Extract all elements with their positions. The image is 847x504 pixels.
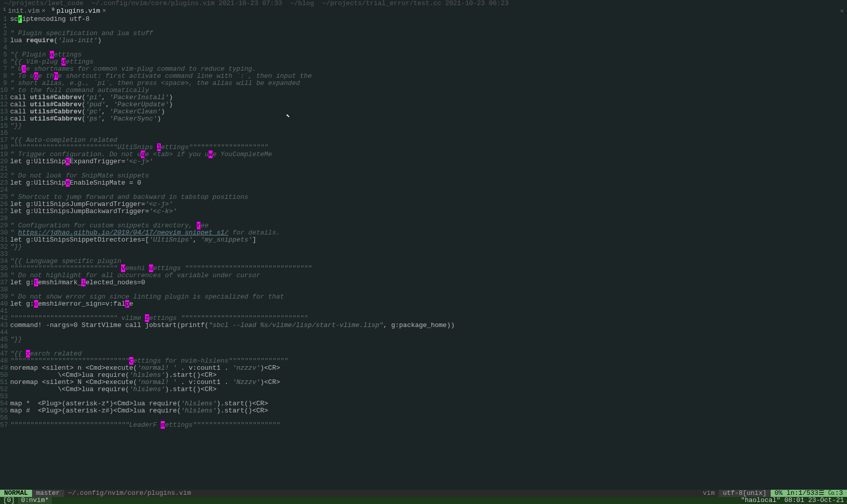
code-line[interactable]: 35""""""""""""""""""""""""""" vemshi uet… (0, 265, 847, 272)
code-line[interactable]: 45"}} (0, 336, 847, 343)
line-number: 1 (0, 16, 10, 23)
hop-hint[interactable]: a (50, 51, 54, 58)
hop-hint[interactable]: x (26, 350, 30, 358)
code-line[interactable]: 28 (0, 215, 847, 222)
hop-hint[interactable]: w (209, 151, 213, 158)
code-line[interactable]: 48""""""""""""""""""""""""""""""cettings… (0, 358, 847, 365)
line-number: 49 (0, 365, 10, 372)
code-line[interactable]: 5"{ Plugin aettings (0, 51, 847, 58)
code-line[interactable]: 20let g:UltiSnipkExpandTrigger='<c-j>' (0, 158, 847, 165)
code-line[interactable]: 53 (0, 393, 847, 400)
line-content: lua require('lua-init') (10, 37, 847, 44)
code-line[interactable]: 17"{{ Auto-completion related (0, 137, 847, 144)
line-number: 21 (0, 165, 10, 172)
code-line[interactable]: 56 (0, 414, 847, 422)
code-line[interactable]: 32"}} (0, 244, 847, 251)
code-line[interactable]: 6"{{ Vim-plug dettings (0, 58, 847, 66)
code-line[interactable]: 2" Plugin specification and lua stuff (0, 30, 847, 37)
code-line[interactable]: 18"""""""""""""""""""""""""""UltiSnips l… (0, 144, 847, 151)
code-line[interactable]: 3lua require('lua-init') (0, 37, 847, 44)
hop-hint[interactable]: p (125, 300, 129, 308)
close-all-icon[interactable]: × (840, 8, 844, 15)
code-line[interactable]: 14call utils#Cabbrev('ps', 'PackerSync') (0, 115, 847, 123)
hop-hint[interactable]: c (129, 357, 133, 365)
code-line[interactable]: 40let g:oemshi#error_sign=v:falpe (0, 301, 847, 308)
code-line[interactable]: 9" short alias, e.g., `pi`, then press <… (0, 80, 847, 87)
editor-area[interactable]: 1scriptencoding utf-812" Plugin specific… (0, 15, 847, 429)
code-line[interactable]: 57""""""""""""""""""""""""""""""LeaderF … (0, 422, 847, 429)
line-content: "{{ Language specific plugin (10, 258, 847, 265)
code-line[interactable]: 46 (0, 343, 847, 350)
line-content: noremap <silent> n <Cmd>execute('normal!… (10, 365, 847, 372)
code-line[interactable]: 38 (0, 286, 847, 293)
code-line[interactable]: 39" Do not show error sign since linting… (0, 293, 847, 301)
code-line[interactable]: 21 (0, 165, 847, 172)
line-number: 29 (0, 222, 10, 229)
line-number: 36 (0, 272, 10, 279)
code-line[interactable]: 30" https://jdhao.github.io/2019/04/17/n… (0, 229, 847, 236)
code-line[interactable]: 22" Do not look for SnipMate snippets (0, 172, 847, 180)
line-content: " short alias, e.g., `pi`, then press <s… (10, 80, 847, 87)
code-line[interactable]: 25" Shortcut to jump forward and backwar… (0, 194, 847, 201)
line-number: 34 (0, 258, 10, 265)
tmux-pane-4: ~/projects/trial_error/test.cc 2021-10-2… (318, 0, 513, 7)
hop-hint[interactable]: k (66, 158, 70, 165)
hop-hint[interactable]: z (145, 314, 149, 322)
hop-hint[interactable]: u (149, 264, 153, 272)
code-line[interactable]: 23let g:UltiSnipeEnableSnipMate = 0 (0, 180, 847, 187)
code-line[interactable]: 26let g:UltiSnipsJumpForwardTrigger='<c-… (0, 201, 847, 208)
code-line[interactable]: 42""""""""""""""""""""""""""" vlime zett… (0, 315, 847, 322)
code-line[interactable]: 8" To uge thhe shortcut: first activate … (0, 73, 847, 80)
code-line[interactable]: 52 \<Cmd>lua require('hlslens').start()<… (0, 386, 847, 393)
line-content: " Configuration for custom snippets dire… (10, 222, 847, 229)
code-line[interactable]: 43command! -nargs=0 StartVlime call jobs… (0, 322, 847, 329)
code-line[interactable]: 4 (0, 44, 847, 51)
code-line[interactable]: 51noremap <silent> N <Cmd>execute('norma… (0, 379, 847, 386)
code-line[interactable]: 13call utils#Cabbrev('pc', 'PackerClean'… (0, 108, 847, 115)
line-content: map # <Plug>(asterisk-z#)<Cmd>lua requir… (10, 407, 847, 414)
code-line[interactable]: 11call utils#Cabbrev('pi', 'PackerInstal… (0, 94, 847, 101)
code-line[interactable]: 47"{{ xearch related (0, 350, 847, 358)
code-line[interactable]: 54map * <Plug>(asterisk-z*)<Cmd>lua requ… (0, 400, 847, 407)
code-line[interactable]: 1scriptencoding utf-8 (0, 16, 847, 23)
code-line[interactable]: 50 \<Cmd>lua require('hlslens').start()<… (0, 372, 847, 379)
line-content (10, 44, 847, 51)
hop-hint[interactable]: t (34, 279, 38, 286)
code-line[interactable]: 31let g:UltiSnipsSnippetDirectories=['Ul… (0, 236, 847, 244)
code-line[interactable]: 7" Use shortnames for common vim-plug co… (0, 66, 847, 73)
code-line[interactable]: 12call utils#Cabbrev('pud', 'PackerUpdat… (0, 101, 847, 108)
line-number: 1 (0, 23, 10, 30)
line-number: 53 (0, 393, 10, 400)
tab-plugins-vim[interactable]: 9 plugins.vim × (49, 8, 109, 15)
code-line[interactable]: 29" Configuration for custom snippets di… (0, 222, 847, 229)
tmux-pane-1: ~/projects/leet_code (0, 0, 87, 7)
code-line[interactable]: 15"}} (0, 123, 847, 130)
code-line[interactable]: 34"{{ Language specific plugin (0, 258, 847, 265)
tmux-pane-3: ~/blog (286, 0, 318, 7)
code-line[interactable]: 10" to the full command automatically (0, 87, 847, 94)
tab-init-vim[interactable]: 1 init.vim × (0, 8, 49, 15)
tmux-window[interactable]: 0:nvim* (18, 497, 52, 504)
line-content: scriptencoding utf-8 (10, 16, 847, 23)
line-content (10, 308, 847, 315)
code-line[interactable]: 36" Do not highlight for all occurrences… (0, 272, 847, 279)
close-icon[interactable]: × (102, 8, 106, 15)
close-icon[interactable]: × (42, 8, 46, 15)
code-line[interactable]: 55map # <Plug>(asterisk-z#)<Cmd>lua requ… (0, 407, 847, 414)
code-line[interactable]: 33 (0, 251, 847, 258)
code-line[interactable]: 24 (0, 187, 847, 194)
code-line[interactable]: 41 (0, 308, 847, 315)
hop-hint[interactable]: o (34, 300, 38, 308)
code-line[interactable]: 44 (0, 329, 847, 336)
code-line[interactable]: 1 (0, 23, 847, 30)
hop-hint[interactable]: h (54, 72, 58, 80)
code-line[interactable]: 16 (0, 130, 847, 137)
hop-hint[interactable]: g (34, 72, 38, 80)
code-line[interactable]: 37let g:temshi#mark_ielected_nodes=0 (0, 279, 847, 286)
line-content: "{ Plugin aettings (10, 51, 847, 58)
code-line[interactable]: 27let g:UltiSnipsJumpBackwardTrigger='<c… (0, 208, 847, 215)
code-line[interactable]: 19" Trigger configuration. Do not uqe <t… (0, 151, 847, 158)
code-line[interactable]: 49noremap <silent> n <Cmd>execute('norma… (0, 365, 847, 372)
line-number: 31 (0, 236, 10, 244)
hop-hint[interactable]: e (66, 179, 70, 187)
